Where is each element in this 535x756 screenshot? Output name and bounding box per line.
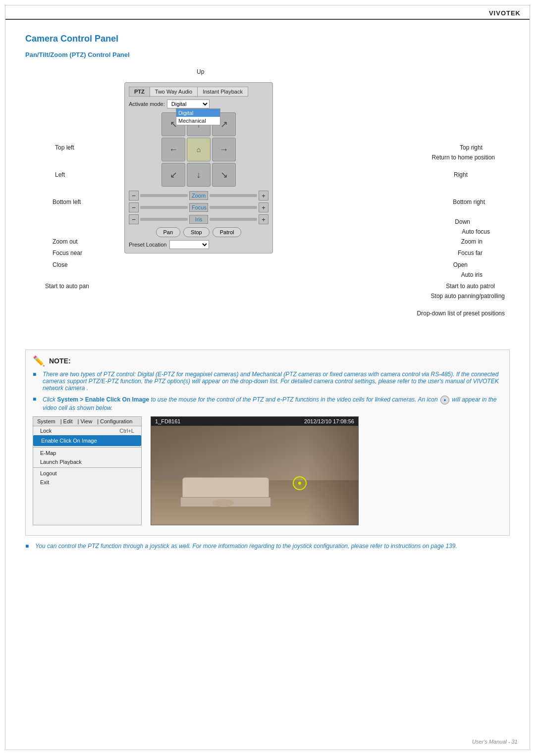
menu-emap[interactable]: E-Map bbox=[33, 449, 141, 457]
zoom-label: Zoom bbox=[189, 191, 208, 200]
label-open: Open bbox=[453, 261, 468, 268]
menu-exit[interactable]: Exit bbox=[33, 478, 141, 487]
label-auto-iris: Auto iris bbox=[461, 271, 482, 278]
page-footer: User's Manual - 31 bbox=[472, 739, 518, 745]
focus-track2[interactable] bbox=[210, 206, 257, 209]
menu-screenshot: System | Edit | View | Configuration Loc… bbox=[33, 416, 142, 525]
label-up: Up bbox=[197, 68, 204, 75]
iris-label: Iris bbox=[189, 215, 208, 224]
label-focus-far: Focus far bbox=[458, 250, 482, 256]
pan-button[interactable]: Pan bbox=[156, 227, 181, 237]
note-icon: ✏️ bbox=[33, 355, 45, 367]
menu-launch-playback[interactable]: Launch Playback bbox=[33, 457, 141, 466]
preset-select[interactable] bbox=[169, 240, 209, 249]
label-close: Close bbox=[53, 261, 68, 268]
iris-track2[interactable] bbox=[210, 218, 257, 221]
activate-mode-row: Activate mode: Digital Mechanical Digita… bbox=[129, 100, 268, 108]
zoom-row: − Zoom + bbox=[129, 191, 268, 201]
note-bullet-1: ■ bbox=[33, 371, 41, 378]
label-right: Right bbox=[454, 171, 468, 178]
screenshots-row: System | Edit | View | Configuration Loc… bbox=[33, 416, 502, 525]
ptz-tabs: PTZ Two Way Audio Instant Playback bbox=[129, 87, 248, 97]
menu-system[interactable]: System bbox=[37, 418, 55, 424]
label-dropdown-preset: Drop-down list of preset positions bbox=[417, 310, 505, 317]
dir-bottomright[interactable]: ↘ bbox=[212, 163, 236, 187]
focus-minus[interactable]: − bbox=[129, 202, 139, 212]
subsection-title: Pan/Tilt/Zoom (PTZ) Control Panel bbox=[25, 51, 510, 58]
note-title: NOTE: bbox=[49, 357, 71, 365]
dir-left[interactable]: ← bbox=[161, 138, 185, 161]
dir-home[interactable]: ⌂ bbox=[187, 138, 211, 161]
section-title: Camera Control Panel bbox=[25, 34, 510, 44]
preset-row: Preset Location bbox=[129, 240, 268, 249]
label-start-auto-patrol: Start to auto patrol bbox=[446, 283, 495, 290]
iris-row: − Iris + bbox=[129, 214, 268, 224]
menu-edit[interactable]: | Edit bbox=[60, 418, 73, 424]
zoom-track[interactable] bbox=[140, 194, 188, 197]
menu-logout[interactable]: Logout bbox=[33, 469, 141, 478]
label-zoom-out: Zoom out bbox=[53, 238, 78, 245]
note-text-1: There are two types of PTZ control: Digi… bbox=[43, 371, 502, 392]
camera-title: 1_FD8161 bbox=[155, 418, 180, 424]
focus-track[interactable] bbox=[140, 206, 188, 209]
note-item-2: ■ Click System > Enable Click On Image t… bbox=[33, 396, 502, 411]
menu-lock-shortcut: Ctrl+L bbox=[119, 428, 134, 434]
menu-divider-2 bbox=[33, 467, 141, 468]
focus-plus[interactable]: + bbox=[259, 202, 268, 212]
dir-bottomleft[interactable]: ↙ bbox=[161, 163, 185, 187]
ptz-panel: PTZ Two Way Audio Instant Playback Activ… bbox=[124, 82, 273, 253]
menu-divider-1 bbox=[33, 447, 141, 448]
note-bold-text: System > Enable Click On Image bbox=[57, 396, 149, 403]
preset-label: Preset Location bbox=[129, 242, 166, 248]
label-bottomright: Bottom right bbox=[453, 199, 485, 205]
menu-lock[interactable]: Lock Ctrl+L bbox=[33, 426, 141, 435]
activate-label: Activate mode: bbox=[129, 101, 165, 107]
ptz-diagram-area: Up PTZ Two Way Audio Instant Playback Ac… bbox=[25, 67, 510, 345]
label-auto-focus: Auto focus bbox=[462, 228, 490, 235]
dropdown-option-digital[interactable]: Digital bbox=[176, 109, 220, 117]
tab-two-way-audio[interactable]: Two Way Audio bbox=[150, 87, 198, 96]
zoom-minus[interactable]: − bbox=[129, 191, 139, 201]
note-bullet-2: ■ bbox=[33, 396, 41, 403]
camera-image bbox=[151, 426, 358, 525]
pan-row: Pan Stop Patrol bbox=[129, 227, 268, 237]
brand-label: VIVOTEK bbox=[489, 9, 521, 17]
dir-down[interactable]: ↓ bbox=[187, 163, 211, 187]
label-return-home: Return to home position bbox=[432, 154, 495, 161]
tab-instant-playback[interactable]: Instant Playback bbox=[198, 87, 248, 96]
menu-topbar: System | Edit | View | Configuration bbox=[33, 417, 141, 426]
label-focus-near: Focus near bbox=[53, 250, 82, 256]
note-item-1: ■ There are two types of PTZ control: Di… bbox=[33, 371, 502, 392]
menu-view[interactable]: | View bbox=[78, 418, 93, 424]
camera-topbar: 1_FD8161 2012/12/10 17:08:56 bbox=[151, 417, 358, 426]
iris-track[interactable] bbox=[140, 218, 188, 221]
zoom-track2[interactable] bbox=[210, 194, 257, 197]
label-left: Left bbox=[55, 171, 65, 178]
zoom-plus[interactable]: + bbox=[259, 191, 268, 201]
iris-plus[interactable]: + bbox=[259, 214, 268, 224]
menu-enable-click[interactable]: Enable Click On Image bbox=[33, 435, 141, 446]
label-stop-panning: Stop auto panning/patrolling bbox=[431, 293, 505, 300]
activate-select[interactable]: Digital Mechanical bbox=[167, 100, 210, 108]
stop-button[interactable]: Stop bbox=[183, 227, 210, 237]
note-header: ✏️ NOTE: bbox=[33, 355, 502, 367]
iris-minus[interactable]: − bbox=[129, 214, 139, 224]
label-zoom-in: Zoom in bbox=[461, 238, 482, 245]
tab-ptz[interactable]: PTZ bbox=[129, 87, 150, 96]
dropdown-option-mechanical[interactable]: Mechanical bbox=[176, 117, 220, 125]
final-note: ■ You can control the PTZ function throu… bbox=[25, 543, 510, 550]
dir-right[interactable]: → bbox=[212, 138, 236, 161]
menu-configuration[interactable]: | Configuration bbox=[97, 418, 132, 424]
note-text-2: Click System > Enable Click On Image to … bbox=[43, 396, 502, 411]
camera-ptz-dot bbox=[298, 482, 301, 485]
label-start-auto-pan: Start to auto pan bbox=[45, 283, 89, 290]
sliders-area: − Zoom + − Focus + − bbox=[129, 191, 268, 224]
focus-row: − Focus + bbox=[129, 202, 268, 212]
focus-label: Focus bbox=[189, 203, 208, 212]
label-topright: Top right bbox=[460, 144, 482, 151]
patrol-button[interactable]: Patrol bbox=[213, 227, 242, 237]
label-bottomleft: Bottom left bbox=[53, 199, 81, 205]
note-box: ✏️ NOTE: ■ There are two types of PTZ co… bbox=[25, 350, 510, 536]
final-note-bullet: ■ bbox=[25, 543, 33, 550]
camera-ptz-icon bbox=[293, 476, 307, 490]
